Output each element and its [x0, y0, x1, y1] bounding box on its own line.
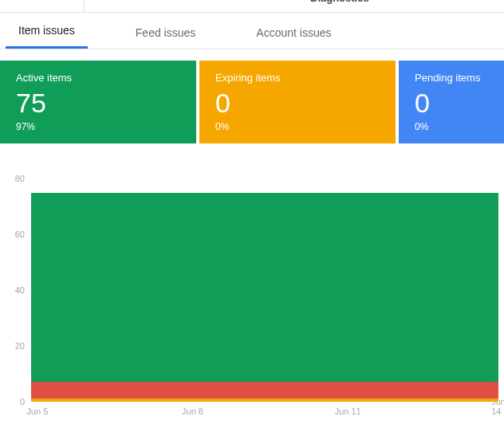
x-tick: Jun 11 — [335, 407, 361, 416]
chart-plot-area: 80 60 40 20 0 Jun 5 Jun 8 Jun 11 Jun 14 — [28, 179, 498, 402]
card-pct: 0% — [415, 121, 491, 132]
items-chart: 80 60 40 20 0 Jun 5 Jun 8 Jun 11 Jun 14 — [0, 143, 504, 418]
plot-layers — [31, 179, 498, 402]
tab-item-issues[interactable]: Item issues — [6, 13, 88, 49]
card-label: Pending items — [415, 72, 491, 84]
series-active — [31, 193, 498, 403]
card-label: Active items — [16, 72, 180, 84]
tabs-bar: Item issues Feed issues Account issues — [0, 13, 504, 49]
y-tick: 40 — [9, 285, 25, 295]
y-tick: 20 — [9, 341, 25, 351]
y-tick: 60 — [9, 230, 25, 239]
section-title: Diagnostics — [310, 0, 369, 4]
card-expiring-items[interactable]: Expiring items 0 0% — [199, 61, 396, 143]
stat-cards: Active items 75 97% Expiring items 0 0% … — [0, 61, 504, 143]
y-tick: 0 — [9, 397, 25, 407]
card-value: 75 — [16, 88, 180, 118]
card-label: Expiring items — [215, 72, 380, 84]
nav-divider — [84, 0, 85, 13]
card-pending-items[interactable]: Pending items 0 0% — [399, 61, 504, 143]
tab-feed-issues[interactable]: Feed issues — [123, 15, 208, 49]
x-tick: Jun 8 — [182, 407, 203, 416]
card-pct: 0% — [215, 121, 380, 132]
card-value: 0 — [215, 88, 380, 118]
tab-account-issues[interactable]: Account issues — [243, 15, 344, 49]
card-active-items[interactable]: Active items 75 97% — [0, 61, 196, 143]
x-tick: Jun 5 — [26, 407, 48, 416]
card-value: 0 — [415, 88, 491, 118]
top-nav: Diagnostics — [0, 0, 504, 13]
series-expiring — [31, 399, 498, 402]
y-tick: 80 — [9, 174, 25, 183]
card-pct: 97% — [16, 121, 180, 132]
